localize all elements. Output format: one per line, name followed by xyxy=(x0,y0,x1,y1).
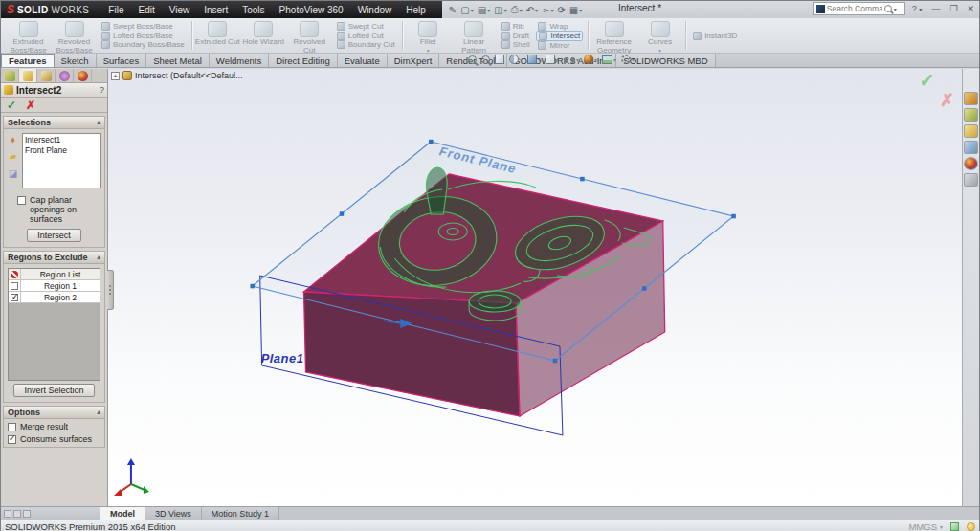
performance-feedback-icon[interactable] xyxy=(967,522,975,531)
boundary-boss-base-button[interactable]: Boundary Boss/Base xyxy=(100,40,187,49)
zoom-to-fit-icon[interactable] xyxy=(468,55,477,64)
region-1-checkbox[interactable] xyxy=(11,282,18,290)
menu-insert[interactable]: Insert xyxy=(201,4,231,16)
extruded-boss-base-button[interactable]: Extruded Boss/Base xyxy=(6,19,51,52)
instant3d-button[interactable]: Instant3D xyxy=(689,32,741,40)
view-orientation-icon[interactable]: ▾ xyxy=(527,55,541,64)
search-input[interactable] xyxy=(827,4,882,13)
collapse-icon[interactable]: ▴ xyxy=(97,119,100,126)
graphics-area[interactable]: + Intersect (Default<<Defaul... ✓ ✗ xyxy=(108,69,962,506)
tree-expand-icon[interactable]: + xyxy=(111,72,120,80)
region-list-table[interactable]: Region List Region 1 Region 2 xyxy=(8,268,100,381)
fillet-button[interactable]: Fillet▾ xyxy=(406,19,451,52)
region-2-checkbox[interactable] xyxy=(11,294,18,301)
edit-sketch-icon[interactable]: ✎ xyxy=(448,5,457,15)
collapse-icon[interactable]: ▴ xyxy=(97,254,100,261)
revolved-cut-button[interactable]: Revolved Cut xyxy=(287,19,332,52)
featuremanager-tree-tab[interactable] xyxy=(1,69,19,82)
display-style-icon[interactable]: ▾ xyxy=(546,55,559,64)
solid-body-selector-icon[interactable]: ⬧ xyxy=(11,135,15,144)
shell-button[interactable]: Shell xyxy=(500,40,532,49)
tab-features[interactable]: Features xyxy=(1,54,55,67)
selections-listbox[interactable]: Intersect1 Front Plane xyxy=(22,133,101,188)
menu-file[interactable]: File xyxy=(105,4,126,16)
confirmation-cancel-icon[interactable]: ✗ xyxy=(940,90,954,111)
menu-photoview[interactable]: PhotoView 360 xyxy=(277,4,346,16)
displaymanager-tab[interactable] xyxy=(74,69,92,82)
design-library-icon[interactable] xyxy=(964,108,978,122)
feature-tree-flyout[interactable]: + Intersect (Default<<Defaul... xyxy=(111,71,243,80)
curves-button[interactable]: Curves▾ xyxy=(637,19,682,52)
tab-model[interactable]: Model xyxy=(100,507,145,520)
tab-direct-editing[interactable]: Direct Editing xyxy=(269,54,338,67)
tab-sketch[interactable]: Sketch xyxy=(55,54,97,67)
propertymanager-tab[interactable] xyxy=(19,69,37,82)
lofted-boss-base-button[interactable]: Lofted Boss/Base xyxy=(100,32,187,40)
units-selector[interactable]: MMGS▾ xyxy=(908,521,943,531)
pm-help-icon[interactable]: ? xyxy=(100,85,104,95)
previous-view-icon[interactable] xyxy=(495,55,504,64)
tab-weldments[interactable]: Weldments xyxy=(210,54,269,67)
pm-cancel-button[interactable]: ✗ xyxy=(26,100,35,111)
invert-selection-button[interactable]: Invert Selection xyxy=(13,384,94,397)
menu-help[interactable]: Help xyxy=(403,4,429,16)
feature-tree-root-label[interactable]: Intersect (Default<<Defaul... xyxy=(135,71,243,80)
region-row-1[interactable]: Region 1 xyxy=(9,280,100,292)
close-button[interactable]: ✕ xyxy=(964,4,977,13)
plane-selector-icon[interactable]: ◪ xyxy=(9,169,17,179)
boundary-cut-button[interactable]: Boundary Cut xyxy=(335,40,397,49)
tab-3d-views[interactable]: 3D Views xyxy=(145,507,202,520)
surface-body-selector-icon[interactable]: ▰ xyxy=(10,152,17,162)
draft-button[interactable]: Draft xyxy=(500,32,532,40)
rebuild-icon[interactable]: ⟳ xyxy=(556,5,566,15)
open-file-icon[interactable]: ▤▾ xyxy=(477,5,491,15)
linear-pattern-button[interactable]: Linear Pattern▾ xyxy=(452,19,497,52)
file-explorer-icon[interactable] xyxy=(964,124,978,138)
zoom-to-area-icon[interactable] xyxy=(481,55,490,64)
section-view-icon[interactable]: ▾ xyxy=(509,55,523,64)
minimize-button[interactable]: — xyxy=(928,4,943,13)
pm-ok-button[interactable]: ✓ xyxy=(7,100,16,111)
swept-cut-button[interactable]: Swept Cut xyxy=(335,22,397,31)
menu-view[interactable]: View xyxy=(167,4,193,16)
options-group-header[interactable]: Options▴ xyxy=(4,407,104,419)
selection-item[interactable]: Front Plane xyxy=(25,145,99,156)
undo-icon[interactable]: ↶▾ xyxy=(525,5,539,15)
mirror-button[interactable]: Mirror xyxy=(536,41,583,50)
save-icon[interactable]: ◫▾ xyxy=(493,5,507,15)
selections-group-header[interactable]: Selections▴ xyxy=(4,117,104,129)
print-icon[interactable]: ⎙▾ xyxy=(510,4,523,15)
tab-dimxpert[interactable]: DimXpert xyxy=(388,54,440,67)
view-settings-icon[interactable]: ▾ xyxy=(621,55,635,64)
model-canvas[interactable]: Front Plane Plane1 xyxy=(108,69,962,506)
panel-splitter-handle[interactable] xyxy=(107,270,114,310)
select-icon[interactable]: ➢▾ xyxy=(541,5,554,15)
help-button[interactable]: ? ▾ xyxy=(909,4,925,13)
view-split-strip[interactable] xyxy=(1,507,100,520)
reference-geometry-button[interactable]: Reference Geometry▾ xyxy=(591,19,636,52)
regions-group-header[interactable]: Regions to Exclude▴ xyxy=(4,252,104,264)
tab-sheet-metal[interactable]: Sheet Metal xyxy=(146,54,210,67)
collapse-icon[interactable]: ▴ xyxy=(97,409,100,416)
intersect-apply-button[interactable]: Intersect xyxy=(27,229,81,242)
lofted-cut-button[interactable]: Lofted Cut xyxy=(335,32,397,40)
revolved-boss-base-button[interactable]: Revolved Boss/Base xyxy=(52,19,97,52)
extruded-cut-button[interactable]: Extruded Cut xyxy=(195,19,240,52)
hole-wizard-button[interactable]: Hole Wizard xyxy=(241,19,286,52)
view-palette-icon[interactable] xyxy=(964,141,978,154)
options-icon[interactable]: ▦▾ xyxy=(568,5,583,15)
consume-surfaces-checkbox[interactable] xyxy=(8,435,16,444)
appearances-scenes-icon[interactable] xyxy=(964,157,978,170)
intersect-button[interactable]: Intersect xyxy=(536,31,583,41)
cap-planar-openings-checkbox[interactable] xyxy=(17,196,26,205)
search-icon[interactable] xyxy=(884,5,892,12)
merge-result-checkbox[interactable] xyxy=(8,423,16,431)
configurationmanager-tab[interactable] xyxy=(37,69,56,82)
custom-properties-tag-icon[interactable] xyxy=(950,522,959,531)
edit-appearance-icon[interactable]: ▾ xyxy=(584,55,597,64)
solidworks-resources-icon[interactable] xyxy=(964,92,978,105)
search-commands-box[interactable]: ▾ xyxy=(813,2,905,15)
apply-scene-icon[interactable]: ▾ xyxy=(602,55,616,64)
selection-item[interactable]: Intersect1 xyxy=(25,135,99,145)
region-row-2[interactable]: Region 2 xyxy=(9,292,100,303)
